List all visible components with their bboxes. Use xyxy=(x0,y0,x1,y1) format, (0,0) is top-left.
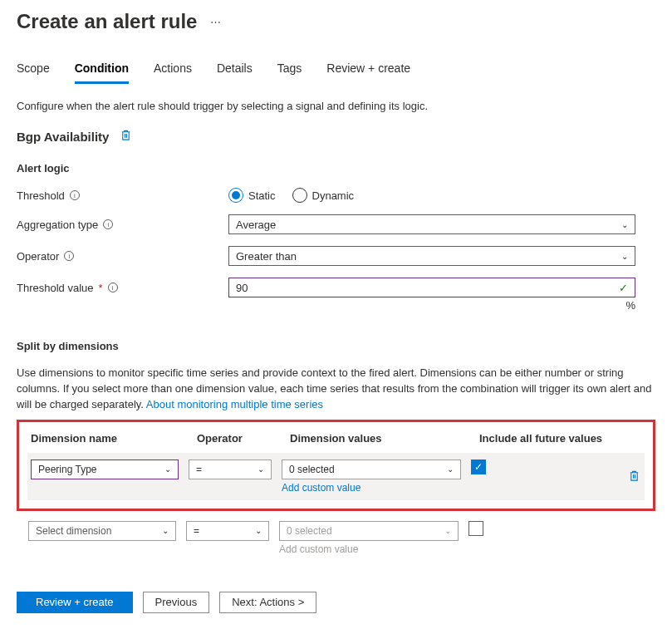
operator-value: Greater than xyxy=(236,250,297,263)
col-header-operator: Operator xyxy=(197,432,290,445)
dimension-operator-select[interactable]: = ⌄ xyxy=(186,521,269,541)
aggregation-label: Aggregation type xyxy=(17,219,98,231)
chevron-down-icon: ⌄ xyxy=(164,464,171,474)
col-header-include: Include all future values xyxy=(479,432,641,445)
threshold-unit: % xyxy=(228,299,635,312)
dimension-name-select[interactable]: Select dimension ⌄ xyxy=(28,521,176,541)
radio-label-static: Static xyxy=(248,189,276,202)
dimensions-highlight-box: Dimension name Operator Dimension values… xyxy=(17,420,655,511)
dimension-values-select[interactable]: 0 selected ⌄ xyxy=(282,460,461,479)
add-custom-value-link: Add custom value xyxy=(279,543,358,555)
threshold-value-text: 90 xyxy=(236,282,248,294)
operator-select[interactable]: Greater than ⌄ xyxy=(228,246,635,266)
col-header-values: Dimension values xyxy=(290,432,479,445)
chevron-down-icon: ⌄ xyxy=(258,464,264,474)
dimensions-help-link[interactable]: About monitoring multiple time series xyxy=(146,398,323,410)
add-custom-value-link[interactable]: Add custom value xyxy=(282,482,361,494)
info-icon[interactable]: i xyxy=(103,219,113,229)
radio-icon xyxy=(292,188,307,203)
tab-tags[interactable]: Tags xyxy=(277,57,302,84)
info-icon[interactable]: i xyxy=(64,251,74,261)
next-button[interactable]: Next: Actions > xyxy=(219,592,316,613)
tab-review-create[interactable]: Review + create xyxy=(326,57,410,84)
review-create-button[interactable]: Review + create xyxy=(17,592,133,613)
delete-signal-icon[interactable] xyxy=(120,129,131,144)
dimension-row: Select dimension ⌄ = ⌄ 0 selected ⌄ Add … xyxy=(17,514,655,562)
chevron-down-icon: ⌄ xyxy=(621,220,628,229)
aggregation-value: Average xyxy=(236,219,276,231)
include-future-checkbox[interactable] xyxy=(468,521,483,536)
radio-label-dynamic: Dynamic xyxy=(312,189,355,202)
dimension-operator-value: = xyxy=(194,525,199,537)
tab-actions[interactable]: Actions xyxy=(154,57,192,84)
operator-label: Operator xyxy=(17,250,59,263)
threshold-value-label: Threshold value xyxy=(17,282,94,294)
dimension-values-value: 0 selected xyxy=(289,464,335,475)
previous-button[interactable]: Previous xyxy=(143,592,210,613)
chevron-down-icon: ⌄ xyxy=(162,526,169,535)
dimensions-description: Use dimensions to monitor specific time … xyxy=(17,366,655,413)
tab-scope[interactable]: Scope xyxy=(17,57,50,84)
radio-icon xyxy=(228,188,243,203)
page-title: Create an alert rule xyxy=(17,10,197,33)
more-actions-icon[interactable]: ⋯ xyxy=(210,16,221,28)
section-split-dimensions: Split by dimensions xyxy=(17,340,655,352)
threshold-value-input[interactable]: 90 ✓ xyxy=(228,278,635,297)
chevron-down-icon: ⌄ xyxy=(621,252,628,261)
aggregation-select[interactable]: Average ⌄ xyxy=(228,214,635,234)
chevron-down-icon: ⌄ xyxy=(447,464,454,474)
dimension-name-select[interactable]: Peering Type ⌄ xyxy=(31,460,179,479)
dimension-values-select[interactable]: 0 selected ⌄ xyxy=(279,521,459,541)
tab-condition[interactable]: Condition xyxy=(75,57,129,84)
threshold-radio-static[interactable]: Static xyxy=(228,188,276,203)
section-alert-logic: Alert logic xyxy=(17,162,655,174)
include-future-checkbox[interactable]: ✓ xyxy=(471,460,486,474)
tab-description: Configure when the alert rule should tri… xyxy=(17,100,655,112)
valid-check-icon: ✓ xyxy=(619,282,628,294)
tabs: Scope Condition Actions Details Tags Rev… xyxy=(17,57,655,85)
dimension-operator-value: = xyxy=(196,464,202,475)
dimension-name-value: Peering Type xyxy=(38,464,97,475)
threshold-radio-dynamic[interactable]: Dynamic xyxy=(292,188,355,203)
threshold-label: Threshold xyxy=(17,189,65,202)
chevron-down-icon: ⌄ xyxy=(255,526,262,535)
dimension-operator-select[interactable]: = ⌄ xyxy=(189,460,272,479)
tab-details[interactable]: Details xyxy=(217,57,253,84)
signal-name: Bgp Availability xyxy=(17,130,109,144)
info-icon[interactable]: i xyxy=(70,190,80,200)
chevron-down-icon: ⌄ xyxy=(444,526,451,535)
delete-row-icon[interactable] xyxy=(629,469,641,483)
info-icon[interactable]: i xyxy=(108,283,118,292)
dimension-values-placeholder: 0 selected xyxy=(287,525,332,537)
dimension-row: Peering Type ⌄ = ⌄ 0 selected ⌄ Add cust… xyxy=(27,453,645,500)
col-header-name: Dimension name xyxy=(31,432,197,445)
dimension-name-placeholder: Select dimension xyxy=(36,525,111,537)
required-indicator: * xyxy=(99,282,103,294)
